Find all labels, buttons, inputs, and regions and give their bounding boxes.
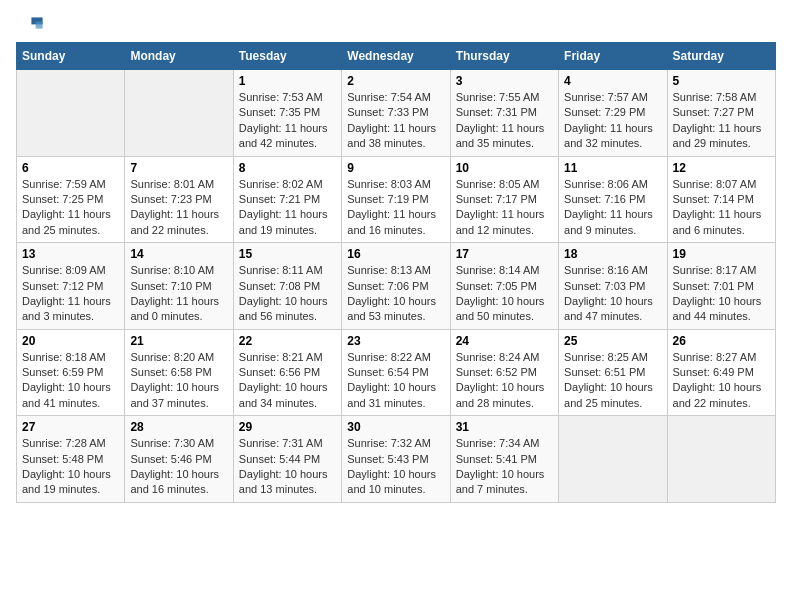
day-header-wednesday: Wednesday (342, 43, 450, 70)
day-info: Sunrise: 8:09 AMSunset: 7:12 PMDaylight:… (22, 263, 119, 325)
calendar-cell (17, 70, 125, 157)
day-info: Sunrise: 7:57 AMSunset: 7:29 PMDaylight:… (564, 90, 661, 152)
day-info: Sunrise: 8:06 AMSunset: 7:16 PMDaylight:… (564, 177, 661, 239)
day-number: 7 (130, 161, 227, 175)
day-info: Sunrise: 7:32 AMSunset: 5:43 PMDaylight:… (347, 436, 444, 498)
calendar-cell: 27Sunrise: 7:28 AMSunset: 5:48 PMDayligh… (17, 416, 125, 503)
day-info: Sunrise: 8:02 AMSunset: 7:21 PMDaylight:… (239, 177, 336, 239)
day-info: Sunrise: 8:18 AMSunset: 6:59 PMDaylight:… (22, 350, 119, 412)
calendar-cell: 23Sunrise: 8:22 AMSunset: 6:54 PMDayligh… (342, 329, 450, 416)
day-header-tuesday: Tuesday (233, 43, 341, 70)
calendar-cell: 30Sunrise: 7:32 AMSunset: 5:43 PMDayligh… (342, 416, 450, 503)
day-header-thursday: Thursday (450, 43, 558, 70)
calendar-cell (667, 416, 775, 503)
calendar-week-4: 20Sunrise: 8:18 AMSunset: 6:59 PMDayligh… (17, 329, 776, 416)
day-header-monday: Monday (125, 43, 233, 70)
calendar-cell: 18Sunrise: 8:16 AMSunset: 7:03 PMDayligh… (559, 243, 667, 330)
day-info: Sunrise: 8:07 AMSunset: 7:14 PMDaylight:… (673, 177, 770, 239)
day-info: Sunrise: 8:25 AMSunset: 6:51 PMDaylight:… (564, 350, 661, 412)
day-info: Sunrise: 8:10 AMSunset: 7:10 PMDaylight:… (130, 263, 227, 325)
day-number: 11 (564, 161, 661, 175)
calendar-cell (125, 70, 233, 157)
day-info: Sunrise: 8:21 AMSunset: 6:56 PMDaylight:… (239, 350, 336, 412)
logo (16, 16, 44, 32)
day-number: 19 (673, 247, 770, 261)
calendar-week-1: 1Sunrise: 7:53 AMSunset: 7:35 PMDaylight… (17, 70, 776, 157)
day-number: 14 (130, 247, 227, 261)
day-number: 25 (564, 334, 661, 348)
day-number: 31 (456, 420, 553, 434)
calendar-cell: 1Sunrise: 7:53 AMSunset: 7:35 PMDaylight… (233, 70, 341, 157)
calendar-week-3: 13Sunrise: 8:09 AMSunset: 7:12 PMDayligh… (17, 243, 776, 330)
day-header-sunday: Sunday (17, 43, 125, 70)
day-info: Sunrise: 8:27 AMSunset: 6:49 PMDaylight:… (673, 350, 770, 412)
calendar-cell: 21Sunrise: 8:20 AMSunset: 6:58 PMDayligh… (125, 329, 233, 416)
day-info: Sunrise: 8:20 AMSunset: 6:58 PMDaylight:… (130, 350, 227, 412)
day-number: 20 (22, 334, 119, 348)
day-number: 18 (564, 247, 661, 261)
calendar-cell: 28Sunrise: 7:30 AMSunset: 5:46 PMDayligh… (125, 416, 233, 503)
day-info: Sunrise: 8:17 AMSunset: 7:01 PMDaylight:… (673, 263, 770, 325)
calendar-cell: 24Sunrise: 8:24 AMSunset: 6:52 PMDayligh… (450, 329, 558, 416)
day-number: 15 (239, 247, 336, 261)
calendar-cell: 20Sunrise: 8:18 AMSunset: 6:59 PMDayligh… (17, 329, 125, 416)
day-number: 26 (673, 334, 770, 348)
day-number: 6 (22, 161, 119, 175)
day-number: 5 (673, 74, 770, 88)
calendar-cell: 15Sunrise: 8:11 AMSunset: 7:08 PMDayligh… (233, 243, 341, 330)
page-header (16, 16, 776, 32)
calendar-cell: 11Sunrise: 8:06 AMSunset: 7:16 PMDayligh… (559, 156, 667, 243)
calendar-header-row: SundayMondayTuesdayWednesdayThursdayFrid… (17, 43, 776, 70)
day-info: Sunrise: 8:14 AMSunset: 7:05 PMDaylight:… (456, 263, 553, 325)
day-info: Sunrise: 8:11 AMSunset: 7:08 PMDaylight:… (239, 263, 336, 325)
calendar-cell: 6Sunrise: 7:59 AMSunset: 7:25 PMDaylight… (17, 156, 125, 243)
day-number: 1 (239, 74, 336, 88)
day-number: 9 (347, 161, 444, 175)
calendar-cell: 5Sunrise: 7:58 AMSunset: 7:27 PMDaylight… (667, 70, 775, 157)
day-number: 21 (130, 334, 227, 348)
day-info: Sunrise: 8:01 AMSunset: 7:23 PMDaylight:… (130, 177, 227, 239)
day-info: Sunrise: 8:03 AMSunset: 7:19 PMDaylight:… (347, 177, 444, 239)
day-number: 10 (456, 161, 553, 175)
day-info: Sunrise: 7:58 AMSunset: 7:27 PMDaylight:… (673, 90, 770, 152)
calendar-cell: 10Sunrise: 8:05 AMSunset: 7:17 PMDayligh… (450, 156, 558, 243)
day-number: 30 (347, 420, 444, 434)
day-number: 23 (347, 334, 444, 348)
day-info: Sunrise: 7:28 AMSunset: 5:48 PMDaylight:… (22, 436, 119, 498)
calendar-cell: 29Sunrise: 7:31 AMSunset: 5:44 PMDayligh… (233, 416, 341, 503)
day-number: 16 (347, 247, 444, 261)
calendar-cell: 12Sunrise: 8:07 AMSunset: 7:14 PMDayligh… (667, 156, 775, 243)
day-info: Sunrise: 7:55 AMSunset: 7:31 PMDaylight:… (456, 90, 553, 152)
day-number: 4 (564, 74, 661, 88)
day-number: 13 (22, 247, 119, 261)
day-header-friday: Friday (559, 43, 667, 70)
calendar-cell: 17Sunrise: 8:14 AMSunset: 7:05 PMDayligh… (450, 243, 558, 330)
calendar-week-2: 6Sunrise: 7:59 AMSunset: 7:25 PMDaylight… (17, 156, 776, 243)
calendar-cell: 4Sunrise: 7:57 AMSunset: 7:29 PMDaylight… (559, 70, 667, 157)
calendar-cell: 3Sunrise: 7:55 AMSunset: 7:31 PMDaylight… (450, 70, 558, 157)
calendar-cell: 14Sunrise: 8:10 AMSunset: 7:10 PMDayligh… (125, 243, 233, 330)
calendar-cell: 16Sunrise: 8:13 AMSunset: 7:06 PMDayligh… (342, 243, 450, 330)
calendar-cell: 22Sunrise: 8:21 AMSunset: 6:56 PMDayligh… (233, 329, 341, 416)
day-header-saturday: Saturday (667, 43, 775, 70)
day-number: 28 (130, 420, 227, 434)
calendar-cell (559, 416, 667, 503)
calendar-table: SundayMondayTuesdayWednesdayThursdayFrid… (16, 42, 776, 503)
day-info: Sunrise: 7:30 AMSunset: 5:46 PMDaylight:… (130, 436, 227, 498)
calendar-week-5: 27Sunrise: 7:28 AMSunset: 5:48 PMDayligh… (17, 416, 776, 503)
calendar-cell: 7Sunrise: 8:01 AMSunset: 7:23 PMDaylight… (125, 156, 233, 243)
day-info: Sunrise: 7:53 AMSunset: 7:35 PMDaylight:… (239, 90, 336, 152)
calendar-cell: 26Sunrise: 8:27 AMSunset: 6:49 PMDayligh… (667, 329, 775, 416)
day-info: Sunrise: 8:22 AMSunset: 6:54 PMDaylight:… (347, 350, 444, 412)
day-info: Sunrise: 7:59 AMSunset: 7:25 PMDaylight:… (22, 177, 119, 239)
day-info: Sunrise: 8:05 AMSunset: 7:17 PMDaylight:… (456, 177, 553, 239)
day-info: Sunrise: 7:31 AMSunset: 5:44 PMDaylight:… (239, 436, 336, 498)
day-number: 12 (673, 161, 770, 175)
day-number: 17 (456, 247, 553, 261)
calendar-cell: 8Sunrise: 8:02 AMSunset: 7:21 PMDaylight… (233, 156, 341, 243)
day-number: 2 (347, 74, 444, 88)
calendar-cell: 31Sunrise: 7:34 AMSunset: 5:41 PMDayligh… (450, 416, 558, 503)
calendar-cell: 2Sunrise: 7:54 AMSunset: 7:33 PMDaylight… (342, 70, 450, 157)
day-number: 22 (239, 334, 336, 348)
day-info: Sunrise: 7:54 AMSunset: 7:33 PMDaylight:… (347, 90, 444, 152)
